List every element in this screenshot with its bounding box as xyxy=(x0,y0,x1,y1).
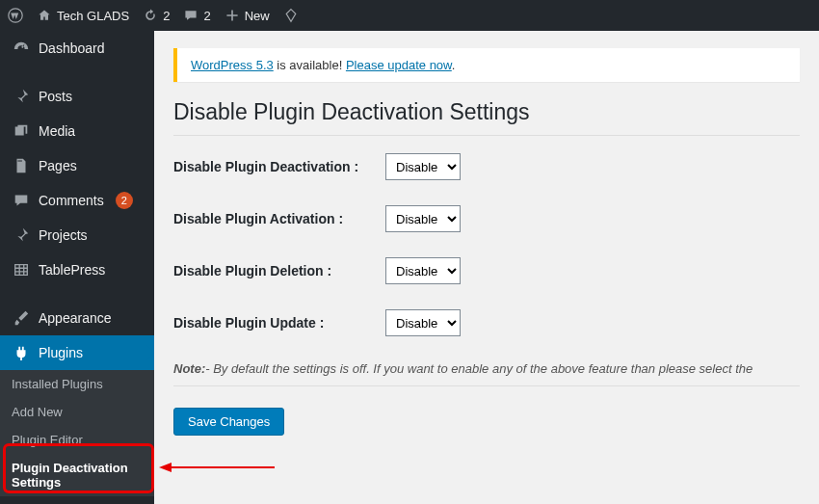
select-disable-activation[interactable]: Disable xyxy=(385,205,461,232)
comments-count: 2 xyxy=(203,9,210,23)
row-label: Disable Plugin Deactivation : xyxy=(173,159,385,174)
new-label: New xyxy=(245,9,270,23)
comment-icon xyxy=(183,8,198,23)
updates-link[interactable]: 2 xyxy=(143,8,170,23)
table-icon xyxy=(12,260,31,279)
sidebar-item-tablepress[interactable]: TablePress xyxy=(0,252,154,287)
pin-icon xyxy=(12,87,31,106)
sidebar-item-projects[interactable]: Projects xyxy=(0,218,154,252)
main-content: WordPress 5.3 is available! Please updat… xyxy=(154,31,819,504)
plugins-submenu: Installed Plugins Add New Plugin Editor … xyxy=(0,370,154,496)
plus-icon xyxy=(225,8,240,23)
updates-count: 2 xyxy=(163,9,170,23)
menu-label: Pages xyxy=(39,158,77,173)
update-now-link[interactable]: Please update now xyxy=(346,58,452,72)
sidebar-item-dashboard[interactable]: Dashboard xyxy=(0,31,154,66)
comments-badge: 2 xyxy=(116,192,133,209)
row-disable-deactivation: Disable Plugin Deactivation : Disable xyxy=(173,153,800,180)
notice-end: . xyxy=(452,58,456,72)
brush-icon xyxy=(12,308,31,328)
wordpress-icon xyxy=(8,8,23,23)
site-name: Tech GLADS xyxy=(57,9,129,23)
comments-link[interactable]: 2 xyxy=(183,8,210,23)
comment-icon xyxy=(12,191,31,210)
menu-label: Projects xyxy=(39,227,88,243)
site-name-link[interactable]: Tech GLADS xyxy=(37,8,129,23)
row-disable-update: Disable Plugin Update : Disable xyxy=(173,309,800,336)
menu-label: Comments xyxy=(39,193,104,208)
wp-logo[interactable] xyxy=(8,8,23,23)
submenu-plugin-deactivation-settings[interactable]: Plugin Deactivation Settings xyxy=(0,454,154,496)
update-notice: WordPress 5.3 is available! Please updat… xyxy=(173,48,800,82)
media-icon xyxy=(12,121,31,141)
menu-label: TablePress xyxy=(39,262,105,278)
select-disable-update[interactable]: Disable xyxy=(385,309,461,336)
menu-label: Dashboard xyxy=(39,40,105,56)
page-icon xyxy=(12,156,31,175)
wordpress-version-link[interactable]: WordPress 5.3 xyxy=(191,58,274,72)
save-changes-button[interactable]: Save Changes xyxy=(173,408,284,436)
sidebar-item-pages[interactable]: Pages xyxy=(0,148,154,183)
page-title: Disable Plugin Deactivation Settings xyxy=(173,99,800,125)
sidebar-item-comments[interactable]: Comments2 xyxy=(0,183,154,218)
admin-bar: Tech GLADS 2 2 New xyxy=(0,0,819,31)
menu-label: Media xyxy=(39,123,75,139)
pin-icon xyxy=(12,225,31,245)
submenu-plugin-editor[interactable]: Plugin Editor xyxy=(0,426,154,454)
note: Note:- By default the settings is off. I… xyxy=(173,361,800,376)
row-disable-deletion: Disable Plugin Deletion : Disable xyxy=(173,257,800,284)
home-icon xyxy=(37,8,52,23)
row-label: Disable Plugin Update : xyxy=(173,315,385,331)
submenu-add-new[interactable]: Add New xyxy=(0,398,154,426)
menu-label: Posts xyxy=(39,89,72,104)
row-disable-activation: Disable Plugin Activation : Disable xyxy=(173,205,800,232)
new-link[interactable]: New xyxy=(225,8,270,23)
refresh-icon xyxy=(143,8,158,23)
divider xyxy=(173,135,800,136)
sidebar-item-media[interactable]: Media xyxy=(0,114,154,148)
dashboard-icon xyxy=(12,39,31,58)
note-text: - By default the settings is off. If you… xyxy=(205,361,753,376)
menu-label: Appearance xyxy=(39,310,112,326)
menu-label: Plugins xyxy=(39,345,83,360)
select-disable-deletion[interactable]: Disable xyxy=(385,257,461,284)
row-label: Disable Plugin Deletion : xyxy=(173,263,385,279)
admin-sidebar: Dashboard Posts Media Pages Comments2 Pr… xyxy=(0,31,154,504)
notice-text: is available! xyxy=(274,58,346,72)
sidebar-item-appearance[interactable]: Appearance xyxy=(0,301,154,335)
sidebar-item-plugins[interactable]: Plugins xyxy=(0,335,154,370)
plug-icon xyxy=(12,343,31,362)
note-label: Note: xyxy=(173,361,205,376)
row-label: Disable Plugin Activation : xyxy=(173,211,385,226)
select-disable-deactivation[interactable]: Disable xyxy=(385,153,461,180)
diamond-link[interactable] xyxy=(283,8,299,23)
diamond-icon xyxy=(283,8,299,23)
divider xyxy=(173,385,800,386)
submenu-installed-plugins[interactable]: Installed Plugins xyxy=(0,370,154,398)
sidebar-item-posts[interactable]: Posts xyxy=(0,79,154,114)
